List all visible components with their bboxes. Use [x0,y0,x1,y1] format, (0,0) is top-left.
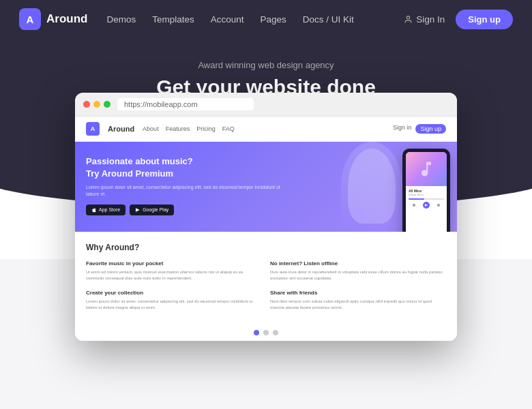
feature-item-2: Create your collection Lorem ipsum dolor… [86,290,262,311]
inner-hero: Passionate about music?Try Around Premiu… [75,142,457,232]
apple-icon [91,207,97,213]
features-grid: Favorite music in your pocket Ut enim ad… [86,260,446,311]
inner-site: A Around About Features Pricing FAQ Sign… [75,117,457,341]
store-buttons: App Store Google Play [86,204,284,215]
url-bar[interactable]: https://mobileapp.com [117,98,254,110]
pagination [75,322,457,341]
pagination-dot-1[interactable] [263,330,269,335]
features-title: Why Around? [86,243,446,252]
feature-title-1: No internet? Listen offline [270,260,446,267]
forward-button [437,204,440,207]
play-icon [135,207,141,213]
pagination-dot-0[interactable] [254,330,259,335]
feature-title-3: Share with friends [270,290,446,296]
pagination-dot-2[interactable] [273,330,278,335]
feature-desc-3: Nam liber tempor cum soluta nobis eligen… [270,299,446,311]
close-dot [83,101,90,108]
logo[interactable]: A Around [19,8,87,30]
sign-in-button[interactable]: Sign In [404,14,445,25]
rewind-button [413,204,415,207]
phone-album-art [406,152,447,186]
browser-bar: https://mobileapp.com [75,93,457,117]
nav-actions: Sign In Sign up [404,10,513,29]
phone-controls [409,202,444,209]
page-container: A Around Demos Templates Account Pages D… [0,0,532,409]
nav-templates[interactable]: Templates [152,14,194,25]
user-icon [404,15,413,24]
phone-mockup: All Mine Kanye West [402,149,450,232]
hero-person-image [341,142,402,230]
inner-hero-text: Passionate about music?Try Around Premiu… [86,155,284,215]
feature-title-0: Favorite music in your pocket [86,260,262,267]
phone-track-artist: Kanye West [409,193,444,196]
inner-features-section: Why Around? Favorite music in your pocke… [75,232,457,322]
inner-nav-faq: FAQ [222,125,235,132]
nav-pages[interactable]: Pages [261,14,286,25]
logo-icon: A [19,8,41,30]
phone-screen: All Mine Kanye West [406,152,447,232]
hero-text-area: Award winning web design agency Get your… [0,38,532,99]
music-note-icon [417,160,436,179]
minimize-dot [93,101,100,108]
inner-sign-up: Sign up [415,124,446,134]
inner-nav-actions: Sign in Sign up [393,124,446,134]
feature-desc-2: Lorem ipsum dolor sit amet, consectetur … [86,299,262,311]
browser-dots [83,101,110,108]
logo-text: Around [46,12,87,26]
feature-item-1: No internet? Listen offline Duis aute ir… [270,260,446,282]
inner-nav-links: About Features Pricing FAQ [143,125,385,132]
navbar: A Around Demos Templates Account Pages D… [0,0,532,38]
play-button [423,202,430,209]
feature-desc-0: Ut enim ad minim veniam, quis nostrud ex… [86,269,262,282]
feature-desc-1: Duis aute irure dolor in reprehenderit i… [270,269,446,282]
person-silhouette [348,149,396,224]
hero-subtitle: Award winning web design agency [0,60,532,70]
inner-hero-desc: Lorem ipsum dolor sit amet, consectetur … [86,184,284,198]
inner-hero-title: Passionate about music?Try Around Premiu… [86,155,284,180]
inner-nav-about: About [143,125,159,132]
content-area: Award winning web design agency Get your… [0,38,532,409]
inner-nav-features: Features [166,125,190,132]
playstore-button[interactable]: Google Play [130,204,174,215]
inner-logo-icon: A [86,122,100,136]
inner-nav-pricing: Pricing [196,125,216,132]
inner-sign-in: Sign in [393,124,412,134]
browser-frame: https://mobileapp.com A Around About Fea… [75,93,457,341]
feature-title-2: Create your collection [86,290,262,296]
phone-player-content: All Mine Kanye West [406,186,447,211]
inner-nav: A Around About Features Pricing FAQ Sign… [75,117,457,142]
nav-account[interactable]: Account [211,14,244,25]
nav-links: Demos Templates Account Pages Docs / UI … [106,14,404,25]
appstore-button[interactable]: App Store [86,204,125,215]
nav-demos[interactable]: Demos [106,14,136,25]
phone-progress-fill [409,198,424,200]
sign-up-button[interactable]: Sign up [456,10,513,29]
maximize-dot [104,101,110,108]
inner-brand: Around [108,125,134,133]
phone-progress-bar [409,198,444,200]
svg-point-0 [407,16,410,18]
nav-docs[interactable]: Docs / UI Kit [303,14,354,25]
feature-item-3: Share with friends Nam liber tempor cum … [270,290,446,311]
feature-item-0: Favorite music in your pocket Ut enim ad… [86,260,262,282]
